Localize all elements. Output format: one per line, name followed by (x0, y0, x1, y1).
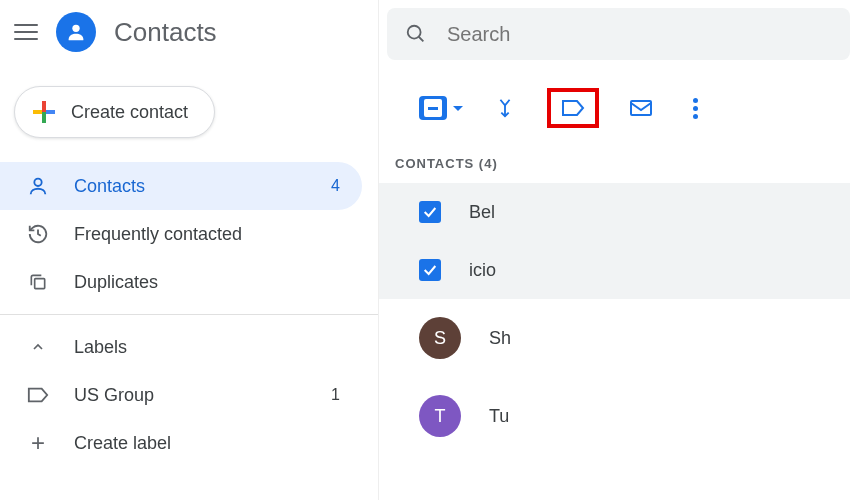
labels-header-text: Labels (74, 337, 127, 358)
sidebar-item-contacts[interactable]: Contacts 4 (0, 162, 362, 210)
contact-row[interactable]: Bel (379, 183, 850, 241)
search-input[interactable] (447, 23, 832, 46)
email-icon[interactable] (629, 96, 653, 120)
sidebar-label-item[interactable]: US Group 1 (0, 371, 362, 419)
svg-point-0 (72, 25, 79, 32)
label-icon[interactable] (561, 96, 585, 120)
sidebar-item-label: Contacts (74, 176, 145, 197)
checkbox-checked-icon[interactable] (419, 201, 441, 223)
avatar: T (419, 395, 461, 437)
label-name: US Group (74, 385, 154, 406)
sidebar: Contacts Create contact Contacts 4 Frequ… (0, 0, 378, 500)
contact-list: Bel icio S Sh T Tu (379, 183, 850, 455)
label-icon (26, 383, 50, 407)
contact-name: Sh (489, 328, 511, 349)
highlight-label-button (547, 88, 599, 128)
create-contact-button[interactable]: Create contact (14, 86, 215, 138)
sidebar-create-label[interactable]: + Create label (0, 419, 362, 467)
sidebar-nav: Contacts 4 Frequently contacted Duplicat… (0, 162, 378, 467)
search-bar[interactable] (387, 8, 850, 60)
main-area: CONTACTS (4) Bel icio S Sh T Tu (378, 0, 850, 500)
sidebar-item-label: Frequently contacted (74, 224, 242, 245)
sidebar-labels-header[interactable]: Labels (0, 323, 362, 371)
contacts-logo-icon (56, 12, 96, 52)
toolbar (379, 60, 850, 144)
select-dropdown[interactable] (419, 96, 463, 120)
more-icon[interactable] (683, 96, 707, 120)
plus-icon: + (26, 431, 50, 455)
svg-rect-2 (35, 279, 45, 289)
svg-point-1 (34, 179, 41, 186)
app-header: Contacts (0, 0, 378, 64)
divider (0, 314, 378, 315)
app-title: Contacts (114, 17, 217, 48)
sidebar-item-duplicates[interactable]: Duplicates (0, 258, 362, 306)
chevron-up-icon (26, 335, 50, 359)
svg-rect-6 (631, 101, 651, 115)
plus-icon (33, 101, 55, 123)
search-icon (405, 23, 427, 45)
menu-icon[interactable] (14, 20, 38, 44)
contact-row[interactable]: T Tu (379, 377, 850, 455)
contact-row[interactable]: S Sh (379, 299, 850, 377)
caret-down-icon (453, 106, 463, 111)
contacts-count: 4 (331, 177, 340, 195)
duplicate-icon (26, 270, 50, 294)
contact-name: Bel (469, 202, 495, 223)
sidebar-item-label: Duplicates (74, 272, 158, 293)
svg-point-3 (408, 26, 421, 39)
history-icon (26, 222, 50, 246)
create-contact-label: Create contact (71, 102, 188, 123)
checkbox-checked-icon[interactable] (419, 259, 441, 281)
create-label-text: Create label (74, 433, 171, 454)
contact-name: icio (469, 260, 496, 281)
contact-row[interactable]: icio (379, 241, 850, 299)
merge-icon[interactable] (493, 96, 517, 120)
sidebar-item-frequent[interactable]: Frequently contacted (0, 210, 362, 258)
avatar: S (419, 317, 461, 359)
svg-line-4 (419, 37, 424, 42)
list-section-header: CONTACTS (4) (379, 144, 850, 183)
contact-name: Tu (489, 406, 509, 427)
label-count: 1 (331, 386, 340, 404)
person-icon (26, 174, 50, 198)
